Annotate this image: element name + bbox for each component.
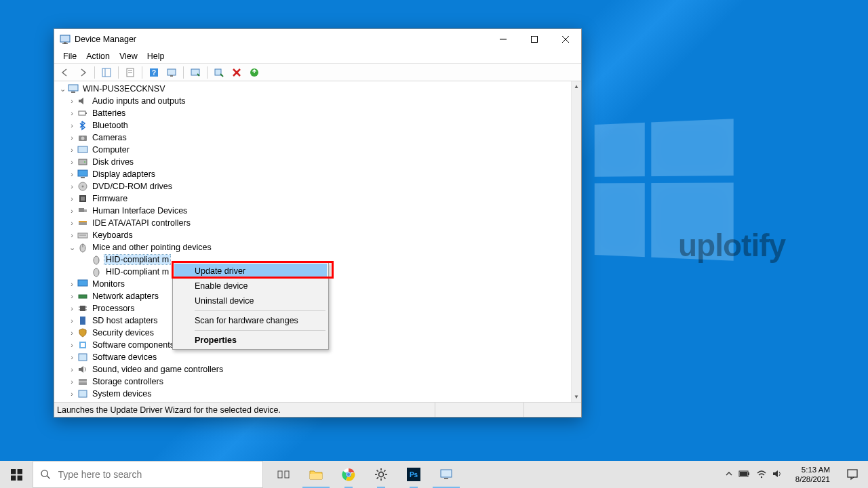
svg-point-72 bbox=[379, 472, 384, 477]
start-button[interactable] bbox=[0, 461, 33, 488]
scroll-up-icon[interactable]: ▲ bbox=[574, 81, 579, 92]
properties-button[interactable] bbox=[122, 65, 138, 80]
close-button[interactable] bbox=[550, 29, 581, 49]
device-manager-taskbar-button[interactable] bbox=[430, 461, 462, 488]
svg-rect-66 bbox=[285, 471, 289, 478]
tree-node[interactable]: ›Computer bbox=[58, 144, 571, 156]
svg-rect-14 bbox=[167, 69, 176, 75]
chevron-right-icon[interactable]: › bbox=[68, 134, 76, 142]
file-explorer-button[interactable] bbox=[300, 461, 332, 488]
tree-node[interactable]: ›Storage controllers bbox=[58, 375, 571, 388]
ctx-properties[interactable]: Properties bbox=[174, 333, 327, 348]
dvd-icon bbox=[77, 181, 88, 192]
chevron-right-icon[interactable]: › bbox=[68, 304, 76, 312]
chevron-right-icon[interactable]: › bbox=[68, 97, 76, 105]
action-center-button[interactable] bbox=[840, 462, 865, 487]
photoshop-button[interactable]: Ps bbox=[397, 461, 430, 488]
chevron-right-icon[interactable]: › bbox=[68, 378, 76, 386]
chevron-right-icon[interactable]: › bbox=[68, 109, 76, 117]
add-legacy-hardware-button[interactable] bbox=[246, 65, 262, 80]
chevron-right-icon[interactable]: › bbox=[68, 365, 76, 373]
chevron-right-icon[interactable]: › bbox=[68, 317, 76, 325]
chevron-right-icon[interactable]: › bbox=[68, 170, 76, 178]
chevron-right-icon[interactable]: › bbox=[68, 207, 76, 215]
taskbar-clock[interactable]: 5:13 AM 8/28/2021 bbox=[790, 465, 835, 484]
menu-action[interactable]: Action bbox=[81, 50, 115, 62]
tree-node-mice[interactable]: ⌄Mice and other pointing devices bbox=[58, 241, 571, 253]
svg-rect-48 bbox=[80, 306, 85, 311]
chevron-right-icon[interactable]: › bbox=[68, 280, 76, 288]
ide-icon bbox=[77, 218, 88, 228]
svg-rect-28 bbox=[79, 159, 87, 165]
scroll-down-icon[interactable]: ▼ bbox=[574, 392, 579, 402]
svg-point-88 bbox=[761, 476, 762, 478]
chevron-right-icon[interactable]: › bbox=[68, 146, 76, 154]
help-button[interactable]: ? bbox=[146, 65, 162, 80]
chevron-right-icon[interactable]: › bbox=[68, 231, 76, 239]
camera-icon bbox=[77, 132, 88, 143]
settings-button[interactable] bbox=[365, 461, 397, 488]
tree-node[interactable]: ›IDE ATA/ATAPI controllers bbox=[58, 217, 571, 229]
task-view-button[interactable] bbox=[267, 461, 300, 488]
ctx-enable-device[interactable]: Enable device bbox=[174, 279, 327, 293]
back-button[interactable] bbox=[57, 65, 73, 80]
battery-icon bbox=[77, 108, 88, 119]
tree-node[interactable]: ›DVD/CD-ROM drives bbox=[58, 180, 571, 192]
titlebar[interactable]: Device Manager bbox=[54, 29, 581, 49]
tree-node[interactable]: ›Audio inputs and outputs bbox=[58, 95, 571, 107]
chevron-down-icon[interactable]: ⌄ bbox=[68, 243, 76, 252]
tree-root[interactable]: ⌄WIN-PUS3ECCKNSV bbox=[58, 83, 571, 95]
tree-node[interactable]: ›Batteries bbox=[58, 107, 571, 119]
enable-device-button[interactable] bbox=[211, 65, 227, 80]
tree-node[interactable]: ›Bluetooth bbox=[58, 119, 571, 131]
chevron-right-icon[interactable]: › bbox=[68, 158, 76, 166]
tree-node[interactable]: ›Software devices bbox=[58, 351, 571, 363]
chevron-right-icon[interactable]: › bbox=[68, 353, 76, 361]
svg-point-44 bbox=[94, 256, 99, 264]
menu-view[interactable]: View bbox=[115, 50, 142, 62]
chevron-right-icon[interactable]: › bbox=[68, 121, 76, 129]
tree-node[interactable]: ›Disk drives bbox=[58, 156, 571, 168]
vertical-scrollbar[interactable]: ▲ ▼ bbox=[571, 81, 581, 402]
search-input[interactable] bbox=[58, 469, 256, 480]
svg-rect-59 bbox=[11, 469, 16, 474]
menu-file[interactable]: File bbox=[58, 50, 81, 62]
maximize-button[interactable] bbox=[519, 29, 550, 49]
tree-node[interactable]: ›Sound, video and game controllers bbox=[58, 363, 571, 375]
scan-hardware-button[interactable] bbox=[163, 65, 180, 80]
tree-node[interactable]: ›Human Interface Devices bbox=[58, 205, 571, 217]
taskbar-search[interactable] bbox=[33, 461, 263, 488]
tree-node[interactable]: ›Cameras bbox=[58, 131, 571, 144]
ctx-scan-hardware[interactable]: Scan for hardware changes bbox=[174, 313, 327, 328]
ctx-uninstall-device[interactable]: Uninstall device bbox=[174, 293, 327, 308]
minimize-button[interactable] bbox=[488, 29, 519, 49]
chrome-button[interactable] bbox=[332, 461, 365, 488]
tray-wifi-icon[interactable] bbox=[756, 469, 767, 480]
chevron-right-icon[interactable]: › bbox=[68, 219, 76, 227]
chevron-right-icon[interactable]: › bbox=[68, 292, 76, 300]
chevron-down-icon[interactable]: ⌄ bbox=[58, 85, 66, 94]
tree-node[interactable]: ›Keyboards bbox=[58, 229, 571, 241]
tree-node[interactable]: ›Display adapters bbox=[58, 168, 571, 180]
tray-volume-icon[interactable] bbox=[772, 469, 783, 480]
uninstall-device-button[interactable] bbox=[229, 65, 245, 80]
tree-node[interactable]: ›Firmware bbox=[58, 192, 571, 205]
tray-battery-icon[interactable] bbox=[738, 470, 751, 479]
device-tree[interactable]: ⌄WIN-PUS3ECCKNSV ›Audio inputs and outpu… bbox=[54, 81, 571, 402]
sd-icon bbox=[77, 315, 88, 326]
tray-chevron-icon[interactable] bbox=[725, 470, 733, 479]
tree-node[interactable]: ›System devices bbox=[58, 388, 571, 400]
forward-button[interactable] bbox=[75, 65, 91, 80]
show-hide-tree-button[interactable] bbox=[98, 65, 115, 80]
chevron-right-icon[interactable]: › bbox=[68, 195, 76, 203]
svg-line-79 bbox=[377, 477, 378, 479]
chevron-right-icon[interactable]: › bbox=[68, 182, 76, 190]
svg-rect-0 bbox=[60, 35, 70, 42]
update-driver-button[interactable] bbox=[187, 65, 203, 80]
chevron-right-icon[interactable]: › bbox=[68, 341, 76, 349]
menu-help[interactable]: Help bbox=[142, 50, 170, 62]
ctx-update-driver[interactable]: Update driver bbox=[174, 264, 327, 279]
chevron-right-icon[interactable]: › bbox=[68, 329, 76, 337]
svg-point-29 bbox=[84, 161, 85, 163]
chevron-right-icon[interactable]: › bbox=[68, 390, 76, 398]
